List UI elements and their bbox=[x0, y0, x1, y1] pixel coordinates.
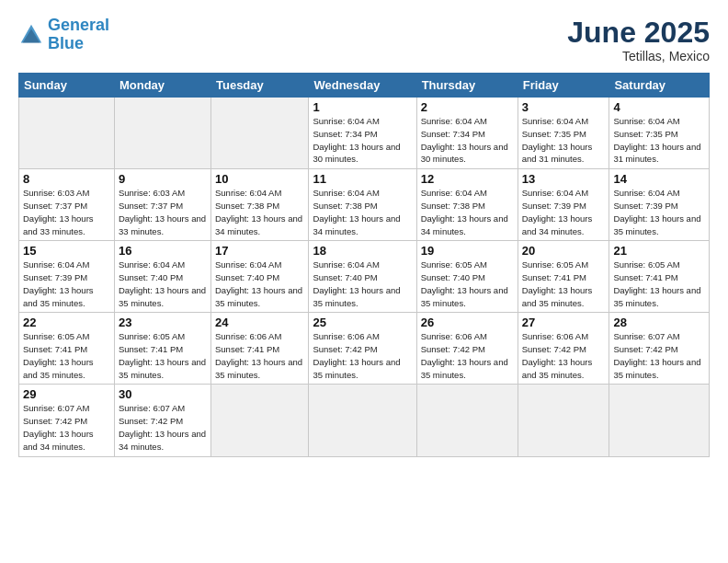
table-row: 13 Sunrise: 6:04 AMSunset: 7:39 PMDaylig… bbox=[518, 169, 609, 241]
table-row: 17 Sunrise: 6:04 AMSunset: 7:40 PMDaylig… bbox=[210, 241, 308, 313]
day-number: 25 bbox=[313, 316, 412, 329]
table-row: 28 Sunrise: 6:07 AMSunset: 7:42 PMDaylig… bbox=[609, 313, 710, 385]
day-number: 1 bbox=[313, 100, 412, 114]
table-row: 9 Sunrise: 6:03 AMSunset: 7:37 PMDayligh… bbox=[114, 169, 210, 241]
day-info: Sunrise: 6:04 AMSunset: 7:34 PMDaylight:… bbox=[313, 115, 412, 166]
day-info: Sunrise: 6:04 AMSunset: 7:40 PMDaylight:… bbox=[119, 259, 207, 309]
table-row: 15 Sunrise: 6:04 AMSunset: 7:39 PMDaylig… bbox=[19, 241, 115, 313]
table-row: 20 Sunrise: 6:05 AMSunset: 7:41 PMDaylig… bbox=[518, 241, 609, 313]
day-info: Sunrise: 6:06 AMSunset: 7:42 PMDaylight:… bbox=[421, 330, 514, 381]
logo-icon bbox=[18, 22, 44, 48]
table-row: 14 Sunrise: 6:04 AMSunset: 7:39 PMDaylig… bbox=[609, 169, 710, 241]
logo: General Blue bbox=[18, 17, 109, 53]
day-info: Sunrise: 6:05 AMSunset: 7:41 PMDaylight:… bbox=[613, 259, 705, 309]
col-monday: Monday bbox=[114, 74, 210, 98]
table-row: 3 Sunrise: 6:04 AMSunset: 7:35 PMDayligh… bbox=[518, 98, 609, 169]
day-number: 29 bbox=[23, 387, 110, 401]
col-friday: Friday bbox=[518, 74, 609, 98]
table-row: 25 Sunrise: 6:06 AMSunset: 7:42 PMDaylig… bbox=[309, 313, 416, 385]
day-info: Sunrise: 6:04 AMSunset: 7:34 PMDaylight:… bbox=[421, 115, 514, 166]
day-number: 20 bbox=[522, 244, 606, 258]
table-row: 26 Sunrise: 6:06 AMSunset: 7:42 PMDaylig… bbox=[416, 313, 518, 385]
day-info: Sunrise: 6:05 AMSunset: 7:40 PMDaylight:… bbox=[421, 259, 514, 309]
day-info: Sunrise: 6:07 AMSunset: 7:42 PMDaylight:… bbox=[613, 330, 705, 381]
day-info: Sunrise: 6:04 AMSunset: 7:39 PMDaylight:… bbox=[23, 259, 110, 309]
day-info: Sunrise: 6:05 AMSunset: 7:41 PMDaylight:… bbox=[119, 330, 207, 381]
week-row-4: 29 Sunrise: 6:07 AMSunset: 7:42 PMDaylig… bbox=[19, 385, 710, 456]
day-number: 26 bbox=[421, 316, 514, 329]
table-row: 12 Sunrise: 6:04 AMSunset: 7:38 PMDaylig… bbox=[416, 169, 518, 241]
table-row: 10 Sunrise: 6:04 AMSunset: 7:38 PMDaylig… bbox=[210, 169, 308, 241]
day-info: Sunrise: 6:04 AMSunset: 7:39 PMDaylight:… bbox=[522, 187, 606, 237]
day-info: Sunrise: 6:06 AMSunset: 7:42 PMDaylight:… bbox=[522, 330, 606, 381]
col-sunday: Sunday bbox=[19, 74, 115, 98]
col-thursday: Thursday bbox=[416, 74, 518, 98]
day-number: 4 bbox=[613, 100, 705, 114]
day-info: Sunrise: 6:04 AMSunset: 7:39 PMDaylight:… bbox=[613, 187, 705, 237]
title-block: June 2025 Tetillas, Mexico bbox=[567, 17, 710, 63]
day-info: Sunrise: 6:04 AMSunset: 7:38 PMDaylight:… bbox=[421, 187, 514, 237]
day-info: Sunrise: 6:06 AMSunset: 7:41 PMDaylight:… bbox=[215, 330, 304, 381]
table-row: 8 Sunrise: 6:03 AMSunset: 7:37 PMDayligh… bbox=[19, 169, 115, 241]
table-row: 22 Sunrise: 6:05 AMSunset: 7:41 PMDaylig… bbox=[19, 313, 115, 385]
day-info: Sunrise: 6:07 AMSunset: 7:42 PMDaylight:… bbox=[23, 402, 110, 453]
day-info: Sunrise: 6:05 AMSunset: 7:41 PMDaylight:… bbox=[522, 259, 606, 309]
day-number: 16 bbox=[119, 244, 207, 258]
day-number: 22 bbox=[23, 316, 110, 329]
day-number: 21 bbox=[613, 244, 705, 258]
calendar-table: Sunday Monday Tuesday Wednesday Thursday… bbox=[18, 73, 710, 456]
day-number: 3 bbox=[522, 100, 606, 114]
month-title: June 2025 bbox=[567, 17, 710, 49]
day-number: 15 bbox=[23, 244, 110, 258]
table-row bbox=[309, 385, 416, 456]
day-number: 19 bbox=[421, 244, 514, 258]
day-info: Sunrise: 6:07 AMSunset: 7:42 PMDaylight:… bbox=[119, 402, 207, 453]
table-row bbox=[609, 385, 710, 456]
table-row: 4 Sunrise: 6:04 AMSunset: 7:35 PMDayligh… bbox=[609, 98, 710, 169]
day-info: Sunrise: 6:04 AMSunset: 7:40 PMDaylight:… bbox=[215, 259, 304, 309]
day-number: 10 bbox=[215, 172, 304, 186]
table-row: 21 Sunrise: 6:05 AMSunset: 7:41 PMDaylig… bbox=[609, 241, 710, 313]
table-row bbox=[518, 385, 609, 456]
day-info: Sunrise: 6:04 AMSunset: 7:38 PMDaylight:… bbox=[215, 187, 304, 237]
day-number: 12 bbox=[421, 172, 514, 186]
day-number: 27 bbox=[522, 316, 606, 329]
day-number: 24 bbox=[215, 316, 304, 329]
col-saturday: Saturday bbox=[609, 74, 710, 98]
table-row: 27 Sunrise: 6:06 AMSunset: 7:42 PMDaylig… bbox=[518, 313, 609, 385]
table-row: 19 Sunrise: 6:05 AMSunset: 7:40 PMDaylig… bbox=[416, 241, 518, 313]
day-info: Sunrise: 6:05 AMSunset: 7:41 PMDaylight:… bbox=[23, 330, 110, 381]
col-wednesday: Wednesday bbox=[309, 74, 416, 98]
page: General Blue June 2025 Tetillas, Mexico … bbox=[0, 0, 728, 563]
week-row-1: 8 Sunrise: 6:03 AMSunset: 7:37 PMDayligh… bbox=[19, 169, 710, 241]
day-info: Sunrise: 6:04 AMSunset: 7:38 PMDaylight:… bbox=[313, 187, 412, 237]
table-row bbox=[19, 98, 115, 169]
day-number: 14 bbox=[613, 172, 705, 186]
table-row: 1 Sunrise: 6:04 AMSunset: 7:34 PMDayligh… bbox=[309, 98, 416, 169]
logo-line2: Blue bbox=[48, 34, 84, 52]
day-number: 13 bbox=[522, 172, 606, 186]
day-info: Sunrise: 6:06 AMSunset: 7:42 PMDaylight:… bbox=[313, 330, 412, 381]
day-number: 11 bbox=[313, 172, 412, 186]
day-number: 28 bbox=[613, 316, 705, 329]
day-number: 2 bbox=[421, 100, 514, 114]
logo-line1: General bbox=[48, 16, 109, 34]
day-number: 8 bbox=[23, 172, 110, 186]
day-info: Sunrise: 6:04 AMSunset: 7:40 PMDaylight:… bbox=[313, 259, 412, 309]
day-info: Sunrise: 6:03 AMSunset: 7:37 PMDaylight:… bbox=[119, 187, 207, 237]
day-number: 30 bbox=[119, 387, 207, 401]
week-row-0: 1 Sunrise: 6:04 AMSunset: 7:34 PMDayligh… bbox=[19, 98, 710, 169]
week-row-3: 22 Sunrise: 6:05 AMSunset: 7:41 PMDaylig… bbox=[19, 313, 710, 385]
day-number: 23 bbox=[119, 316, 207, 329]
day-number: 9 bbox=[119, 172, 207, 186]
table-row: 16 Sunrise: 6:04 AMSunset: 7:40 PMDaylig… bbox=[114, 241, 210, 313]
day-number: 18 bbox=[313, 244, 412, 258]
table-row: 29 Sunrise: 6:07 AMSunset: 7:42 PMDaylig… bbox=[19, 385, 115, 456]
day-info: Sunrise: 6:04 AMSunset: 7:35 PMDaylight:… bbox=[613, 115, 705, 166]
col-tuesday: Tuesday bbox=[210, 74, 308, 98]
table-row bbox=[210, 385, 308, 456]
table-row: 18 Sunrise: 6:04 AMSunset: 7:40 PMDaylig… bbox=[309, 241, 416, 313]
header: General Blue June 2025 Tetillas, Mexico bbox=[18, 17, 710, 63]
location: Tetillas, Mexico bbox=[567, 49, 710, 63]
day-number: 17 bbox=[215, 244, 304, 258]
